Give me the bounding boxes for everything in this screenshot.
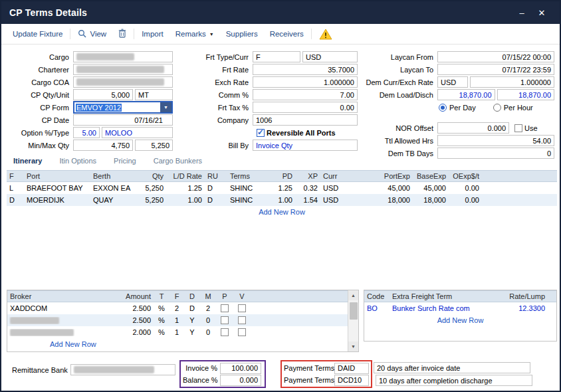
update-fixture-button[interactable]: Update Fixture xyxy=(7,30,68,38)
dem-tb-days-row: Dem TB Days 0 xyxy=(360,147,554,159)
cp-form-dropdown[interactable]: EMVOY 2012 ▼ xyxy=(73,101,173,114)
itinerary-row[interactable]: L BRAEFOOT BAY EXXON EA 5,250 1.25 D SHI… xyxy=(7,182,557,194)
tab-cargo-bunkers[interactable]: Cargo Bunkers xyxy=(148,155,207,167)
nor-offset-row: NOR Offset 0.000 Use xyxy=(360,122,554,134)
nor-offset-field[interactable]: 0.000 xyxy=(437,122,509,134)
itin-cell: 5,250 xyxy=(133,184,166,192)
laycan-from-field[interactable]: 07/15/22 00:00 xyxy=(437,51,554,62)
comm-row: Comm % 7.00 xyxy=(175,88,358,101)
payment-terms-code-field[interactable]: DCD10 xyxy=(334,375,369,386)
frt-type-field[interactable]: F xyxy=(253,51,300,62)
itin-cell: D xyxy=(7,196,24,204)
minimize-button[interactable]: – xyxy=(512,5,532,21)
dem-disch-field[interactable]: 18,870.00 xyxy=(497,89,555,100)
cargo-field[interactable] xyxy=(73,51,173,62)
tab-itin-options[interactable]: Itin Options xyxy=(54,155,102,167)
cp-unit-field[interactable]: MT xyxy=(135,89,173,100)
chevron-down-icon[interactable]: ▼ xyxy=(160,102,171,112)
delete-button[interactable] xyxy=(112,29,132,39)
payment-terms-desc-field[interactable]: 10 days after completion discharge xyxy=(376,375,532,386)
remittance-bank-field[interactable] xyxy=(70,364,175,375)
broker-row[interactable]: XADDCOM 2.500 % 2 D 2 xyxy=(7,302,348,314)
chevron-down-icon: ▼ xyxy=(209,32,214,37)
suppliers-button[interactable]: Suppliers xyxy=(220,30,264,38)
itinerary-row[interactable]: D MOERDIJK QUAY 5,250 1.00 D SHINC 1.00 … xyxy=(7,194,557,206)
cargo-coa-field[interactable] xyxy=(73,76,173,88)
broker-row[interactable]: 2.500 % 1 Y 0 xyxy=(7,314,348,326)
exch-rate-field[interactable]: 1.000000 xyxy=(253,76,358,88)
broker-p-checkbox[interactable] xyxy=(221,328,229,336)
bill-by-field[interactable]: Invoice Qty xyxy=(253,140,358,151)
broker-p-checkbox[interactable] xyxy=(221,316,229,324)
view-button[interactable]: View xyxy=(72,29,112,39)
ttl-allowed-hrs-field[interactable]: 54.00 xyxy=(437,135,554,146)
comm-field[interactable]: 7.00 xyxy=(253,89,358,100)
option-type-field[interactable]: MOLOO xyxy=(102,127,173,138)
balance-pct-field[interactable]: 0.000 xyxy=(220,375,261,386)
company-row: Company 1006 xyxy=(175,114,358,126)
payment-terms-row: Payment Terms DAID xyxy=(284,363,369,374)
itin-cell: BRAEFOOT BAY xyxy=(24,184,90,192)
company-field[interactable]: 1006 xyxy=(253,114,358,126)
dem-curr-exch-label: Dem Curr/Exch Rate xyxy=(360,78,437,86)
invoice-pct-field[interactable]: 100.000 xyxy=(220,363,261,374)
cp-date-field[interactable]: 07/16/21 xyxy=(73,114,173,126)
broker-v-checkbox[interactable] xyxy=(238,328,246,336)
itin-cell: 0.00 xyxy=(449,196,482,204)
frt-curr-field[interactable]: USD xyxy=(302,51,358,62)
close-button[interactable]: ✕ xyxy=(532,5,552,21)
nor-offset-use-checkbox[interactable] xyxy=(514,124,522,132)
option-pct-type-label: Option %/Type xyxy=(7,129,73,137)
broker-scrollbar[interactable]: ▲ ▼ xyxy=(348,290,358,351)
dem-exch-rate-field[interactable]: 1.000000 xyxy=(470,76,554,88)
import-button[interactable]: Import xyxy=(136,30,169,38)
bill-by-row: Bill By Invoice Qty xyxy=(175,139,358,151)
broker-row[interactable]: 2.000 % 1 Y 0 xyxy=(7,326,348,338)
max-qty-field[interactable]: 5,250 xyxy=(135,140,173,151)
ttl-allowed-hrs-row: Ttl Allowed Hrs 54.00 xyxy=(360,134,554,147)
add-new-row-link[interactable]: Add New Row xyxy=(437,316,484,324)
option-pct-field[interactable]: 5.00 xyxy=(73,127,100,138)
itin-cell: L xyxy=(7,184,24,192)
dem-load-disch-row: Dem Load/Disch 18,870.00 18,870.00 xyxy=(360,88,554,101)
laycan-to-field[interactable]: 07/17/22 23:59 xyxy=(437,64,554,75)
invoice-balance-box: Invoice % 100.000 Balance % 0.000 xyxy=(179,360,266,388)
scroll-thumb[interactable] xyxy=(350,302,358,320)
broker-p-checkbox[interactable] xyxy=(221,304,229,312)
reversible-all-ports-checkbox[interactable] xyxy=(257,129,265,137)
remarks-button[interactable]: Remarks ▼ xyxy=(169,30,220,38)
charterer-field[interactable] xyxy=(73,64,173,75)
broker-v-checkbox[interactable] xyxy=(238,316,246,324)
scroll-down-icon[interactable]: ▼ xyxy=(348,342,358,351)
tab-pricing[interactable]: Pricing xyxy=(108,155,142,167)
form-middle-column: Frt Type/Curr F USD Frt Rate 35.7000 Exc… xyxy=(175,50,358,151)
add-new-row-link[interactable]: Add New Row xyxy=(259,208,305,216)
broker-cell: % xyxy=(154,316,169,324)
dem-load-field[interactable]: 18,870.00 xyxy=(437,89,495,100)
receivers-button[interactable]: Receivers xyxy=(264,30,310,38)
warning-icon[interactable] xyxy=(313,29,338,40)
column-header-qty: Qty xyxy=(133,172,166,180)
payment-terms-row: Payment Terms DCD10 xyxy=(284,375,369,386)
cargo-row: Cargo xyxy=(7,50,173,63)
payment-terms-desc-field[interactable]: 20 days after invoice date xyxy=(374,362,530,373)
min-qty-field[interactable]: 4,750 xyxy=(73,140,133,151)
dem-tb-days-field[interactable]: 0 xyxy=(437,147,554,159)
min-max-qty-row: Min/Max Qty 4,750 5,250 xyxy=(7,139,173,151)
charterer-label: Charterer xyxy=(7,66,73,74)
tab-itinerary[interactable]: Itinerary xyxy=(8,155,47,167)
scroll-up-icon[interactable]: ▲ xyxy=(348,290,358,300)
frt-tax-field[interactable]: 0.00 xyxy=(253,102,358,113)
extra-freight-row[interactable]: BO Bunker Surch Rate com 12.3300 xyxy=(364,302,556,314)
itin-cell: 1.00 xyxy=(166,196,205,204)
add-new-row-link[interactable]: Add New Row xyxy=(50,340,96,348)
cp-qty-field[interactable]: 5,000 xyxy=(73,89,133,100)
extra-freight-cell: Bunker Surch Rate com xyxy=(390,304,495,312)
per-day-radio[interactable] xyxy=(439,104,447,112)
dem-curr-field[interactable]: USD xyxy=(437,76,468,88)
frt-rate-field[interactable]: 35.7000 xyxy=(253,64,358,75)
per-hour-radio[interactable] xyxy=(493,104,501,112)
payment-terms-code-field[interactable]: DAID xyxy=(334,363,369,374)
broker-v-checkbox[interactable] xyxy=(238,304,246,312)
cp-date-label: CP Date xyxy=(7,116,73,124)
